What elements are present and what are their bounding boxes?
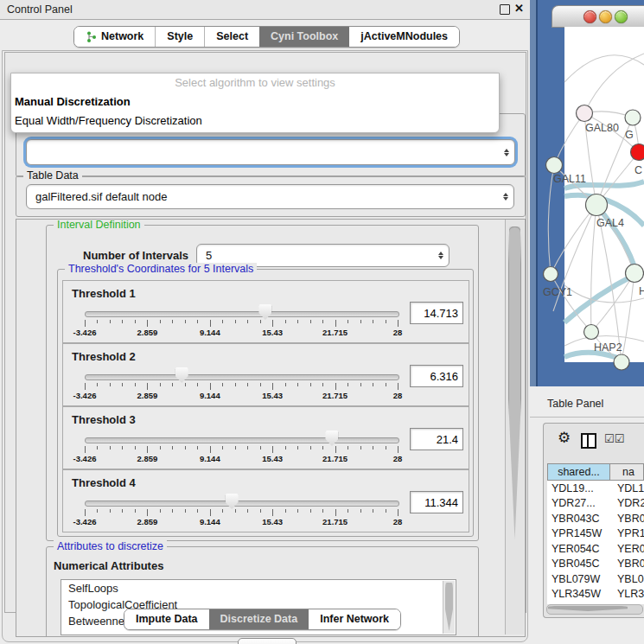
mac-zoom-icon[interactable] <box>615 10 628 23</box>
attribute-item[interactable]: SelfLoops <box>61 580 456 596</box>
threshold-panel: Threshold 1-3.4262.8599.14415.4321.71528 <box>62 280 469 343</box>
popup-item[interactable]: Equal Width/Frequency Discretization <box>11 112 499 131</box>
attributes-list-scrollbar[interactable] <box>443 581 455 634</box>
table-header[interactable]: shared...na <box>547 463 644 481</box>
mac-close-icon[interactable] <box>583 10 596 23</box>
table-row[interactable]: YPR145WYPR1 <box>547 526 644 542</box>
table-data-combobox[interactable]: galFiltered.sif default node <box>26 184 514 209</box>
node-label: G <box>625 129 634 141</box>
table-cell[interactable]: YDR27... <box>547 497 614 509</box>
table-row[interactable]: YDR27...YDR2 <box>547 496 644 512</box>
threshold-slider[interactable]: -3.4262.8599.14415.4321.71528 <box>63 281 469 342</box>
table-cell[interactable]: YPR145W <box>547 527 614 539</box>
table-horizontal-scrollbar[interactable] <box>546 604 643 615</box>
table-row[interactable]: YBL079WYBL0 <box>547 571 644 587</box>
slider-track[interactable] <box>85 501 399 507</box>
tab-impute-data[interactable]: Impute Data <box>124 609 209 629</box>
slider-thumb[interactable] <box>258 304 271 320</box>
table-row[interactable]: YBR043CYBR0 <box>547 511 644 526</box>
settings-scroll-panel: Interval Definition Number of Intervals … <box>16 219 526 637</box>
slider-track[interactable] <box>85 437 399 443</box>
scrollbar-thumb[interactable] <box>548 606 628 611</box>
algorithm-dropdown-popup: Select algorithm to view settingsManual … <box>10 73 500 133</box>
table-cell[interactable]: YBR045C <box>547 558 614 570</box>
threshold-slider[interactable]: -3.4262.8599.14415.4321.71528 <box>63 470 469 532</box>
table-cell[interactable]: YBR0 <box>614 513 644 525</box>
popup-placeholder: Select algorithm to view settings <box>11 73 499 92</box>
node-label: GAL4 <box>596 217 624 229</box>
table-cell[interactable]: YLR3 <box>614 588 644 600</box>
spinner-stepper-icon <box>433 252 449 259</box>
threshold-value-field[interactable] <box>410 491 463 513</box>
node-label: C <box>634 164 642 176</box>
control-panel-title: Control Panel <box>7 3 73 16</box>
table-row[interactable]: YER054CYER0 <box>547 541 644 557</box>
numerical-attributes-label: Numerical Attributes <box>54 559 163 572</box>
tab-cyni-toolbox[interactable]: Cyni Toolbox <box>259 27 349 47</box>
table-row[interactable]: YLR345WYLR3 <box>547 587 644 603</box>
table-cell[interactable]: YBL079W <box>547 573 614 585</box>
table-cell[interactable]: YBR0 <box>614 558 644 570</box>
table-panel-title: Table Panel <box>547 398 603 410</box>
column-header[interactable]: shared... <box>547 463 610 481</box>
tab-label: Style <box>167 30 193 42</box>
tab-discretize-data[interactable]: Discretize Data <box>209 609 309 629</box>
node-label: GCY1 <box>543 286 572 298</box>
table-rows[interactable]: YDL19...YDL1YDR27...YDR2YBR043CYBR0YPR14… <box>547 481 644 604</box>
table-row[interactable]: YDL19...YDL1 <box>547 481 644 496</box>
table-cell[interactable]: YLR345W <box>547 588 614 600</box>
apply-button[interactable]: Apply <box>238 638 296 644</box>
tab-infer-network[interactable]: Infer Network <box>309 609 400 629</box>
threshold-value-field[interactable] <box>410 428 463 450</box>
tab-network[interactable]: Network <box>74 27 155 47</box>
table-row[interactable]: YBR045CYBR0 <box>547 557 644 572</box>
slider-thumb[interactable] <box>175 367 188 383</box>
table-cell[interactable]: YER054C <box>547 543 614 555</box>
tab-label: Discretize Data <box>220 613 298 625</box>
node-label: GAL80 <box>585 122 619 134</box>
control-panel-titlebar[interactable]: Control Panel ✕ <box>0 0 530 20</box>
table-cell[interactable]: YDL1 <box>614 482 644 494</box>
float-window-icon[interactable] <box>500 4 510 15</box>
threshold-panel: Threshold 4-3.4262.8599.14415.4321.71528 <box>62 469 469 532</box>
slider-track[interactable] <box>85 311 399 317</box>
table-cell[interactable]: YBR043C <box>547 513 614 525</box>
cyni-toolbox-panel: Discretization Algorithm Table Data galF… <box>4 52 526 613</box>
mac-minimize-icon[interactable] <box>599 10 612 23</box>
slider-tick-labels: -3.4262.8599.14415.4321.71528 <box>85 517 398 527</box>
node-table[interactable]: shared...na YDL19...YDL1YDR27...YDR2YBR0… <box>547 463 644 604</box>
settings-vertical-scrollbar[interactable] <box>505 220 524 634</box>
number-of-intervals-label: Number of Intervals <box>83 249 188 262</box>
slider-track[interactable] <box>85 374 399 380</box>
slider-ticks <box>85 383 398 391</box>
column-header[interactable]: na <box>610 463 644 481</box>
slider-thumb[interactable] <box>325 430 338 446</box>
gear-icon[interactable]: ⚙ <box>558 430 571 445</box>
network-window-titlebar[interactable] <box>552 5 644 28</box>
tab-style[interactable]: Style <box>155 27 204 47</box>
tab-select[interactable]: Select <box>204 27 259 47</box>
threshold-slider[interactable]: -3.4262.8599.14415.4321.71528 <box>63 344 469 405</box>
table-cell[interactable]: YER0 <box>614 543 644 555</box>
checkbox-filter-icons[interactable]: ☑☑ <box>604 432 624 445</box>
table-cell[interactable]: YBL0 <box>614 573 644 585</box>
threshold-value-field[interactable] <box>410 365 463 387</box>
network-graph[interactable] <box>543 27 644 386</box>
table-cell[interactable]: YPR1 <box>614 527 644 539</box>
slider-thumb[interactable] <box>226 494 239 509</box>
columns-icon[interactable] <box>581 433 596 449</box>
threshold-value-field[interactable] <box>410 302 463 324</box>
table-cell[interactable]: YDL19... <box>547 482 614 494</box>
close-icon[interactable]: ✕ <box>514 2 523 10</box>
threshold-slider[interactable]: -3.4262.8599.14415.4321.71528 <box>63 407 469 469</box>
slider-ticks <box>85 320 398 328</box>
slider-tick-labels: -3.4262.8599.14415.4321.71528 <box>85 328 398 338</box>
table-cell[interactable]: YDR2 <box>614 497 644 509</box>
slider-tick-labels: -3.4262.8599.14415.4321.71528 <box>85 391 398 401</box>
popup-item[interactable]: Manual Discretization <box>11 92 499 112</box>
slider-ticks <box>85 446 398 454</box>
scrollbar-thumb[interactable] <box>508 226 521 539</box>
node-label: HAP2 <box>594 341 622 354</box>
tab-jactivemnodules[interactable]: jActiveMNodules <box>349 27 459 47</box>
algorithm-combobox[interactable] <box>26 139 515 165</box>
